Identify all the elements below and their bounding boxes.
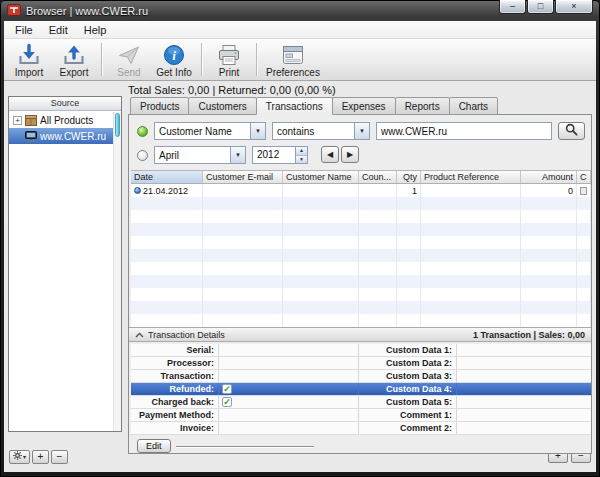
tab-charts[interactable]: Charts [449, 97, 498, 115]
status-text: Total Sales: 0,00 | Returned: 0,00 (0,00… [128, 84, 336, 96]
toolbar-separator [201, 43, 202, 76]
toolbar-import-button[interactable]: Import [11, 42, 47, 78]
sidebar-item-all-products[interactable]: +All Products [9, 112, 121, 128]
details-row[interactable]: Payment Method:Comment 1: [131, 409, 591, 422]
step-down-icon[interactable]: ▼ [296, 156, 307, 164]
detail-value [457, 357, 591, 369]
detail-value: ✓ [219, 396, 359, 408]
date-filter-radio[interactable] [137, 150, 148, 161]
tab-customers[interactable]: Customers [188, 97, 256, 115]
detail-label: Transaction: [131, 370, 219, 382]
menu-help[interactable]: Help [76, 21, 115, 38]
tab-transactions[interactable]: Transactions [256, 97, 333, 115]
action-menu-button[interactable]: ▾ [9, 450, 30, 464]
details-row[interactable]: Refunded:✓Custom Data 4: [131, 383, 591, 396]
detail-label: Comment 1: [359, 409, 457, 421]
table-row[interactable]: 21.04.201210 [131, 184, 591, 197]
toolbar-export-button[interactable]: Export [56, 42, 92, 78]
year-spinner[interactable]: 2012 ▲▼ [252, 146, 308, 164]
add-source-button[interactable]: + [32, 450, 49, 464]
table-row[interactable] [131, 301, 591, 314]
table-header: DateCustomer E-mailCustomer NameCoun...Q… [131, 170, 591, 184]
table-row[interactable] [131, 223, 591, 236]
column-header-c[interactable]: C [577, 171, 591, 183]
details-row[interactable]: Serial:Custom Data 1: [131, 344, 591, 357]
month-value: April [155, 150, 230, 161]
minimize-button[interactable]: – [499, 0, 526, 14]
prev-period-button[interactable]: ◀ [321, 146, 339, 163]
column-header-customer-e-mail[interactable]: Customer E-mail [203, 171, 283, 183]
operator-select[interactable]: contains ▼ [272, 122, 370, 140]
scrollbar-thumb[interactable] [115, 113, 120, 137]
table-row[interactable] [131, 197, 591, 210]
search-field-value: Customer Name [155, 126, 250, 137]
detail-value [219, 344, 359, 356]
table-row[interactable] [131, 288, 591, 301]
table-row[interactable] [131, 236, 591, 249]
tab-reports[interactable]: Reports [395, 97, 450, 115]
details-row[interactable]: Processor:Custom Data 2: [131, 357, 591, 370]
checkbox-checked-icon[interactable]: ✓ [222, 397, 232, 407]
source-list: +All Productswww.CWER.ru [9, 111, 121, 144]
sidebar-item-www-cwer-ru[interactable]: www.CWER.ru [9, 128, 121, 144]
menubar: FileEditHelp [4, 21, 596, 39]
detail-label: Processor: [131, 357, 219, 369]
chevron-down-icon: ▼ [354, 123, 369, 139]
expand-icon[interactable]: + [13, 116, 22, 125]
edit-button[interactable]: Edit [137, 439, 171, 453]
table-row[interactable] [131, 249, 591, 262]
menu-file[interactable]: File [7, 21, 41, 38]
maximize-button[interactable]: □ [527, 0, 554, 14]
column-header-qty[interactable]: Qty [397, 171, 421, 183]
step-up-icon[interactable]: ▲ [296, 147, 307, 156]
table-row[interactable] [131, 262, 591, 275]
search-button[interactable] [558, 122, 585, 140]
column-header-coun[interactable]: Coun... [359, 171, 397, 183]
collapse-details-icon[interactable] [135, 330, 144, 340]
detail-label: Invoice: [131, 422, 219, 434]
search-input[interactable] [376, 122, 552, 140]
resize-handle[interactable] [176, 446, 314, 448]
next-period-button[interactable]: ▶ [341, 146, 359, 163]
year-stepper[interactable]: ▲▼ [295, 147, 307, 163]
toolbar-export-label: Export [60, 67, 89, 78]
checkbox-checked-icon[interactable]: ✓ [222, 384, 232, 394]
toolbar-preferences-button[interactable]: Preferences [266, 42, 320, 78]
column-header-customer-name[interactable]: Customer Name [283, 171, 359, 183]
tab-products[interactable]: Products [130, 97, 189, 115]
details-row[interactable]: Transaction:Custom Data 3: [131, 370, 591, 383]
table-row[interactable] [131, 275, 591, 288]
close-button[interactable]: × [555, 0, 593, 14]
details-row[interactable]: Charged back:✓Custom Data 5: [131, 396, 591, 409]
detail-label: Custom Data 3: [359, 370, 457, 382]
package-icon [25, 115, 37, 126]
tab-bar: ProductsCustomersTransactionsExpensesRep… [130, 97, 497, 115]
detail-label: Payment Method: [131, 409, 219, 421]
table-row[interactable] [131, 210, 591, 223]
column-header-date[interactable]: Date [131, 171, 203, 183]
year-value: 2012 [253, 147, 295, 163]
month-select[interactable]: April ▼ [154, 146, 246, 164]
table-row[interactable] [131, 314, 591, 327]
column-header-product-reference[interactable]: Product Reference [421, 171, 521, 183]
titlebar[interactable]: Browser | www.CWER.ru – □ × [0, 0, 600, 21]
row-checkbox[interactable] [580, 187, 587, 195]
toolbar-print-button[interactable]: Print [211, 42, 247, 78]
tab-expenses[interactable]: Expenses [332, 97, 396, 115]
details-row[interactable]: Invoice:Comment 2: [131, 422, 591, 435]
sidebar-scrollbar[interactable] [113, 112, 121, 431]
sidebar: Source +All Productswww.CWER.ru [8, 96, 122, 432]
remove-source-button[interactable]: − [51, 450, 68, 464]
detail-value [219, 357, 359, 369]
details-grid: Serial:Custom Data 1:Processor:Custom Da… [131, 344, 591, 435]
chevron-down-icon: ▼ [250, 123, 265, 139]
menu-edit[interactable]: Edit [41, 21, 76, 38]
toolbar-get-info-button[interactable]: iGet Info [156, 42, 192, 78]
detail-label: Custom Data 1: [359, 344, 457, 356]
search-field-select[interactable]: Customer Name ▼ [154, 122, 266, 140]
detail-label: Comment 2: [359, 422, 457, 434]
search-filter-radio[interactable] [137, 126, 148, 137]
toolbar-send-label: Send [117, 67, 140, 78]
window-title: Browser | www.CWER.ru [26, 5, 148, 17]
column-header-amount[interactable]: Amount [521, 171, 577, 183]
